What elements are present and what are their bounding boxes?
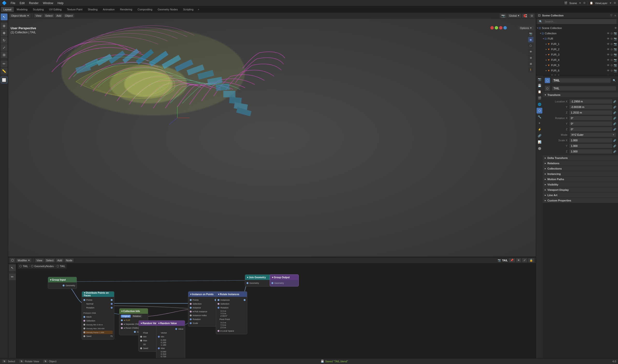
node-canvas[interactable]: ▾ Group Input Geometry ▾ Distribute Poin… — [16, 263, 536, 358]
prop-delta-transform-header[interactable]: ▸ Delta Transform — [543, 155, 618, 161]
fur4-vp[interactable]: ⊙ — [610, 58, 613, 62]
menu-window[interactable]: Window — [41, 1, 55, 5]
tab-shading[interactable]: Shading — [85, 7, 100, 12]
fur3-vp[interactable]: ⊙ — [610, 53, 613, 56]
outliner-options-icon[interactable]: ≡ — [615, 14, 616, 17]
viewport-shading-btn[interactable]: ⬡ — [528, 43, 533, 48]
viewport-object-menu[interactable]: Object — [64, 14, 74, 18]
rotation-x-val[interactable]: 0° — [569, 116, 612, 120]
prop-physics-icon[interactable]: ⚡ — [537, 127, 542, 132]
viewport-snap-icon[interactable]: 🧲 — [522, 14, 528, 18]
sc-eye-icon[interactable]: 👁 — [614, 26, 617, 29]
fur3-eye[interactable]: 👁 — [607, 53, 610, 56]
tab-animation[interactable]: Animation — [101, 7, 117, 12]
viewport-camera-icon[interactable]: 📷 — [500, 13, 507, 18]
tab-geometry-nodes[interactable]: Geometry Nodes — [155, 7, 180, 12]
tab-uv-editing[interactable]: UV Editing — [47, 7, 64, 12]
fur4-rnd[interactable]: 📷 — [614, 58, 617, 62]
breadcrumb-item-2[interactable]: GeometryNodes — [34, 265, 54, 268]
outliner-fur-7[interactable]: ▸ ▼ FUR_7 👁⊙📷 — [536, 73, 618, 75]
viewport-global-dropdown[interactable]: Global ▼ — [508, 14, 521, 18]
tool-cursor[interactable]: ⊕ — [1, 23, 8, 29]
tool-rotate[interactable]: ↻ — [1, 37, 8, 44]
scene-dropdown-icon[interactable]: ▼ — [579, 2, 581, 4]
scale-z-val[interactable]: 1.000 — [569, 149, 612, 154]
tab-layout[interactable]: Layout — [1, 7, 14, 12]
walk-nav-btn[interactable]: 🚶 — [528, 67, 533, 72]
location-y-val[interactable]: -0.80338 m — [569, 105, 612, 109]
overlay-btn[interactable]: 👁 — [528, 49, 533, 54]
viewport-add-menu[interactable]: Add — [55, 14, 63, 18]
prop-instancing-header[interactable]: ▸ Instancing — [543, 171, 618, 177]
tab-modeling[interactable]: Modeling — [14, 7, 30, 12]
col-eye-icon[interactable]: 👁 — [607, 32, 610, 35]
fur-eye-icon[interactable]: 👁 — [607, 37, 610, 40]
rotation-y-val[interactable]: 0° — [569, 121, 612, 126]
prop-visibility-header[interactable]: ▸ Visibility — [543, 182, 618, 187]
node-select-menu[interactable]: Select — [45, 259, 55, 262]
prop-render-icon[interactable]: 📷 — [537, 76, 542, 82]
outliner-collection[interactable]: ▾ ⊡ Collection 👁 ⊙ 📷 — [536, 31, 618, 36]
prop-object-name-field[interactable]: TAIL — [552, 78, 611, 83]
fur1-rnd[interactable]: 📷 — [614, 42, 617, 46]
prop-particles-icon[interactable]: ✦ — [537, 120, 542, 126]
location-z-val[interactable]: 1.2532 m — [569, 110, 612, 115]
fur2-eye[interactable]: 👁 — [607, 48, 610, 51]
tool-select[interactable]: ↖ — [1, 13, 8, 20]
outliner-fur-2[interactable]: ▸ ▼ FUR_2 👁⊙📷 — [536, 47, 618, 52]
outliner-fur-6[interactable]: ▸ ▼ FUR_6 👁⊙📷 — [536, 68, 618, 73]
node-pin-btn[interactable]: 📌 — [509, 258, 515, 262]
node-instance-on-points[interactable]: ▾ Instance on Points Points Selection — [188, 291, 218, 326]
prop-transform-header[interactable]: ▾ Transform — [543, 92, 618, 98]
prop-view-layer-icon[interactable]: 📋 — [537, 89, 542, 95]
tool-add-cube[interactable]: ⬜ — [1, 77, 8, 83]
prop-mesh-name-field[interactable]: TAIL — [552, 86, 616, 91]
viewport-select-menu[interactable]: Select — [44, 14, 54, 18]
prop-world-icon[interactable]: 🌐 — [537, 102, 542, 107]
fur-viewport-icon[interactable]: ⊙ — [610, 37, 613, 40]
gizmo-btn[interactable]: ⊛ — [528, 55, 533, 60]
col-render-icon[interactable]: 📷 — [614, 32, 617, 35]
prop-scene-icon[interactable]: 🎬 — [537, 95, 542, 101]
fur5-eye[interactable]: 👁 — [607, 64, 610, 67]
node-join-geometry[interactable]: ▾ Join Geometry Geometry — [245, 274, 274, 286]
node-tool-annotate[interactable]: ✏ — [9, 273, 16, 280]
node-add-menu[interactable]: Add — [56, 259, 64, 262]
camera-nav-btn[interactable]: 📷 — [528, 31, 533, 36]
menu-render[interactable]: Render — [27, 1, 40, 5]
outliner-scene-collection[interactable]: ▾ ⊡ Scene Collection 👁 — [536, 25, 618, 31]
outliner-search-input[interactable] — [543, 19, 615, 24]
tab-compositing[interactable]: Compositing — [135, 7, 155, 12]
menu-edit[interactable]: Edit — [18, 1, 27, 5]
prop-line-art-header[interactable]: ▸ Line Art — [543, 193, 618, 198]
outliner-fur-3[interactable]: ▸ ▼ FUR_3 👁⊙📷 — [536, 52, 618, 57]
fur4-eye[interactable]: 👁 — [607, 58, 610, 62]
fur-render-icon[interactable]: 📷 — [614, 37, 617, 40]
outliner-fur-4[interactable]: ▸ ▼ FUR_4 👁⊙📷 — [536, 57, 618, 63]
menu-file[interactable]: File — [9, 1, 17, 5]
tool-transform[interactable]: ⊞ — [1, 52, 8, 58]
fur6-vp[interactable]: ⊙ — [610, 69, 613, 72]
breadcrumb-item-3[interactable]: TAIL — [60, 265, 65, 268]
node-lock-btn[interactable]: 🔒 — [528, 258, 534, 262]
fur2-rnd[interactable]: 📷 — [614, 48, 617, 51]
node-group-input[interactable]: ▾ Group Input Geometry — [48, 277, 77, 289]
outliner-filter-icon[interactable]: ▽ — [610, 14, 612, 17]
viewport-options-btn[interactable]: Options ▼ — [518, 26, 534, 30]
node-rotate-instances[interactable]: ▾ Rotate Instances Instances Selection — [216, 291, 247, 334]
tab-sculpting[interactable]: Sculpting — [30, 7, 46, 12]
col-viewport-icon[interactable]: ⊙ — [610, 32, 613, 35]
node-close-btn[interactable]: ✕ — [516, 258, 521, 262]
prop-data-icon[interactable]: 📊 — [537, 139, 542, 145]
scene-options-icon[interactable]: ⚙ — [583, 1, 586, 5]
snap-grid-btn[interactable]: ⊞ — [528, 61, 533, 66]
viewport-canvas[interactable]: User Perspective (1) Collection | TAIL 📷… — [8, 19, 536, 257]
original-btn[interactable]: Original — [121, 315, 131, 318]
outliner-fur-1[interactable]: ▸ ▼ FUR_1 👁 ⊙ 📷 — [536, 41, 618, 47]
prop-relations-header[interactable]: ▸ Relations — [543, 161, 618, 166]
fur3-rnd[interactable]: 📷 — [614, 53, 617, 56]
node-tool-select[interactable]: ↖ — [9, 264, 16, 271]
prop-material-icon[interactable]: ⬤ — [537, 145, 542, 151]
prop-viewport-display-header[interactable]: ▸ Viewport Display — [543, 187, 618, 193]
fur2-vp[interactable]: ⊙ — [610, 48, 613, 51]
